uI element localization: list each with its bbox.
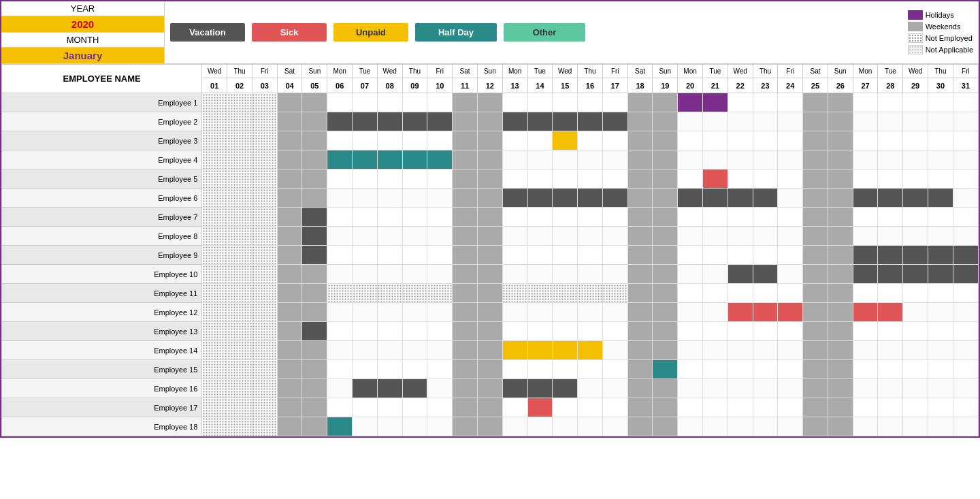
employee-name-cell: Employee 7 (2, 208, 202, 227)
day-cell (327, 360, 353, 379)
day-cell (953, 112, 978, 131)
dow-04: Sat (277, 65, 302, 78)
day-cell (402, 93, 427, 112)
day-cell (353, 93, 378, 112)
day-cell (678, 303, 703, 322)
day-cell (327, 170, 353, 189)
day-cell (653, 284, 678, 303)
day-cell (427, 379, 453, 398)
day-cell (803, 208, 828, 227)
day-cell (427, 208, 453, 227)
day-cell (928, 93, 953, 112)
day-num-24: 24 (778, 78, 803, 93)
month-value: January (1, 48, 164, 63)
day-cell (678, 93, 703, 112)
day-cell (453, 208, 478, 227)
legend-vacation: Vacation (170, 23, 245, 42)
day-cell (753, 246, 778, 265)
day-cell (453, 265, 478, 284)
day-cell (627, 417, 653, 436)
day-cell (953, 189, 978, 208)
day-cell (678, 265, 703, 284)
day-num-21: 21 (702, 78, 728, 93)
day-cell (202, 208, 227, 227)
day-cell (427, 112, 453, 131)
dow-21: Tue (702, 65, 728, 78)
day-cell (427, 341, 453, 360)
month-label: MONTH (1, 33, 164, 48)
day-cell (728, 398, 753, 417)
calendar-container: YEAR 2020 MONTH January Vacation Sick Un… (0, 0, 980, 438)
day-cell (828, 417, 853, 436)
day-cell (602, 131, 627, 150)
dow-15: Wed (553, 65, 578, 78)
day-cell (928, 322, 953, 341)
day-cell (252, 93, 277, 112)
day-num-03: 03 (252, 78, 277, 93)
day-cell (453, 246, 478, 265)
day-cell (953, 303, 978, 322)
day-cell (878, 189, 903, 208)
day-cell (477, 417, 502, 436)
day-cell (678, 246, 703, 265)
day-num-12: 12 (477, 78, 502, 93)
dow-27: Mon (853, 65, 878, 78)
dow-08: Wed (377, 65, 402, 78)
calendar-table-wrapper: EMPLOYEE NAMEWedThuFriSatSunMonTueWedThu… (1, 64, 979, 436)
employee-name-cell: Employee 2 (2, 112, 202, 131)
day-cell (828, 322, 853, 341)
dow-30: Thu (928, 65, 953, 78)
day-num-16: 16 (578, 78, 603, 93)
day-cell (453, 150, 478, 170)
day-cell (502, 303, 527, 322)
day-cell (702, 417, 728, 436)
day-cell (728, 170, 753, 189)
day-cell (702, 189, 728, 208)
day-cell (502, 360, 527, 379)
day-cell (527, 284, 553, 303)
emp-name-header: EMPLOYEE NAME (2, 65, 202, 93)
day-cell (953, 417, 978, 436)
day-cell (828, 112, 853, 131)
day-cell (627, 360, 653, 379)
day-cell (377, 208, 402, 227)
employee-name-cell: Employee 11 (2, 284, 202, 303)
employee-name-cell: Employee 17 (2, 398, 202, 417)
day-cell (853, 303, 878, 322)
day-cell (502, 379, 527, 398)
day-cell (953, 379, 978, 398)
day-cell (853, 150, 878, 170)
day-cell (728, 303, 753, 322)
day-cell (928, 189, 953, 208)
dow-25: Sat (803, 65, 828, 78)
dow-29: Wed (903, 65, 928, 78)
day-cell (553, 360, 578, 379)
day-cell (702, 360, 728, 379)
day-cell (227, 150, 252, 170)
day-cell (602, 150, 627, 170)
day-cell (277, 227, 302, 246)
day-cell (302, 303, 327, 322)
day-cell (928, 170, 953, 189)
day-cell (828, 284, 853, 303)
day-cell (202, 398, 227, 417)
not-applicable-label: Not Applicable (926, 46, 973, 54)
day-cell (602, 360, 627, 379)
day-cell (653, 417, 678, 436)
table-row: Employee 11 (2, 284, 979, 303)
day-cell (728, 189, 753, 208)
day-cell (527, 131, 553, 150)
dow-19: Sun (653, 65, 678, 78)
day-cell (578, 284, 603, 303)
day-cell (427, 227, 453, 246)
day-cell (277, 398, 302, 417)
day-num-09: 09 (402, 78, 427, 93)
day-cell (878, 227, 903, 246)
day-cell (602, 227, 627, 246)
day-cell (578, 189, 603, 208)
day-cell (702, 131, 728, 150)
day-cell (578, 227, 603, 246)
day-cell (753, 417, 778, 436)
calendar-table: EMPLOYEE NAMEWedThuFriSatSunMonTueWedThu… (1, 64, 979, 436)
day-cell (227, 417, 252, 436)
